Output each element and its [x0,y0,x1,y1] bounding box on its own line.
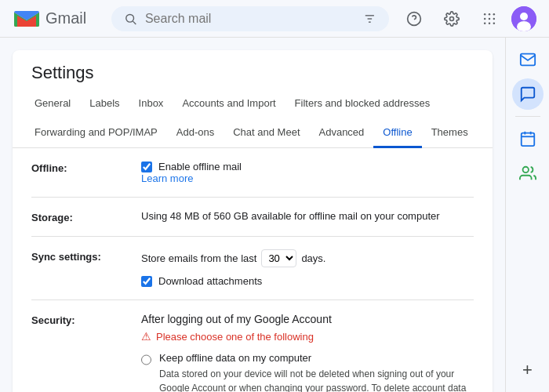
svg-line-1 [133,21,136,24]
svg-point-0 [126,14,134,22]
tab-general[interactable]: General [25,89,80,119]
tab-advanced[interactable]: Advanced [310,118,374,148]
tab-forwarding[interactable]: Forwarding and POP/IMAP [25,118,167,148]
search-icon [124,11,137,27]
enable-offline-row: Enable offline mail [141,161,474,172]
sidebar-add-button[interactable]: + [512,354,544,386]
keep-data-desc: Data stored on your device will not be d… [159,367,474,392]
gmail-logo-icon [13,8,41,30]
learn-more-link[interactable]: Learn more [141,172,193,184]
sidebar-divider [515,116,540,117]
svg-point-9 [489,13,491,15]
sync-content: Store emails from the last 10 30 90 days… [141,249,474,287]
sync-prefix: Store emails from the last [141,252,256,264]
settings-body: Offline: Enable offline mail Learn more … [13,148,493,392]
sync-label: Sync settings: [31,249,141,263]
security-content: After logging out of my Google Account ⚠… [141,313,474,392]
sync-days-select[interactable]: 10 30 90 [261,249,296,267]
help-button[interactable] [398,3,430,34]
svg-point-10 [493,13,496,15]
tab-offline[interactable]: Offline [373,118,421,148]
keep-data-label: Keep offline data on my computer [159,352,474,364]
top-bar: Gmail [0,0,549,38]
search-bar [111,6,389,31]
keep-data-text-block: Keep offline data on my computer Data st… [159,352,474,392]
svg-point-18 [520,13,528,20]
settings-button[interactable] [436,3,467,34]
gmail-text-label: Gmail [45,9,86,27]
search-input[interactable] [145,12,355,26]
tab-inbox[interactable]: Inbox [129,89,173,119]
enable-offline-label: Enable offline mail [158,161,242,172]
main-layout: Settings General Labels Inbox Accounts a… [0,38,549,392]
storage-content: Using 48 MB of 560 GB available for offl… [141,210,474,222]
sidebar-contacts-button[interactable] [512,158,544,189]
security-label: Security: [31,313,141,326]
keep-data-radio[interactable] [141,354,151,366]
security-warning: ⚠ Please choose one of the following [141,330,474,343]
tab-accounts[interactable]: Accounts and Import [173,89,285,119]
right-sidebar: + [505,38,549,392]
filter-icon[interactable] [363,11,376,27]
svg-point-14 [484,22,486,24]
download-attachments-row: Download attachments [141,275,474,287]
storage-label: Storage: [31,210,141,223]
offline-row: Offline: Enable offline mail Learn more [31,148,474,198]
security-row: Security: After logging out of my Google… [31,300,474,392]
download-attachments-checkbox[interactable] [141,276,152,287]
keep-data-option: Keep offline data on my computer Data st… [141,352,474,392]
storage-text: Using 48 MB of 560 GB available for offl… [141,210,440,222]
offline-label: Offline: [31,161,141,174]
sidebar-calendar-button[interactable] [512,123,544,154]
svg-point-12 [489,17,491,20]
warning-icon: ⚠ [141,330,151,343]
account-avatar-button[interactable] [511,6,536,31]
apps-button[interactable] [474,3,505,34]
storage-row: Storage: Using 48 MB of 560 GB available… [31,198,474,237]
offline-content: Enable offline mail Learn more [141,161,474,184]
svg-point-7 [450,16,454,20]
enable-offline-checkbox[interactable] [141,162,152,172]
sync-days-row: Store emails from the last 10 30 90 days… [141,249,474,267]
tab-filters[interactable]: Filters and blocked addresses [285,89,440,119]
sidebar-mail-button[interactable] [512,44,544,75]
svg-rect-20 [521,133,534,147]
svg-point-8 [484,13,486,15]
tab-themes[interactable]: Themes [422,118,478,148]
svg-point-13 [493,17,496,20]
sidebar-chat-button[interactable] [512,78,544,110]
sync-row: Sync settings: Store emails from the las… [31,237,474,300]
svg-point-11 [484,17,486,20]
top-right-icons [398,3,536,34]
tabs-row: General Labels Inbox Accounts and Import… [13,89,493,148]
tab-labels[interactable]: Labels [80,89,129,119]
settings-container: Settings General Labels Inbox Accounts a… [13,50,493,392]
content-area: Settings General Labels Inbox Accounts a… [0,38,505,392]
svg-point-24 [522,167,528,172]
tab-chat[interactable]: Chat and Meet [224,118,309,148]
tab-addons[interactable]: Add-ons [167,118,224,148]
download-attachments-label: Download attachments [158,275,262,287]
sync-suffix: days. [301,252,325,264]
settings-title: Settings [13,50,493,89]
gmail-logo: Gmail [13,8,86,30]
security-warning-text: Please choose one of the following [156,331,314,343]
security-heading: After logging out of my Google Account [141,313,474,325]
svg-point-15 [489,22,491,24]
svg-point-16 [493,22,496,24]
